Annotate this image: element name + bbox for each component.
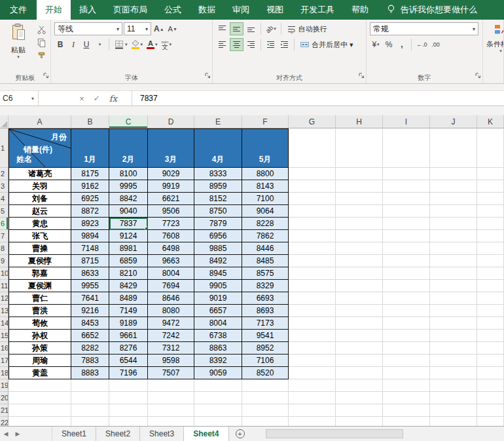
cell-J2[interactable] bbox=[430, 168, 477, 180]
cell-I20[interactable] bbox=[383, 392, 430, 404]
increase-decimal-button[interactable]: ←.0 bbox=[415, 38, 429, 51]
number-dialog-launcher-icon[interactable] bbox=[475, 69, 481, 81]
formula-input[interactable]: 7837 bbox=[132, 91, 504, 105]
accounting-format-button[interactable]: ¥▾ bbox=[370, 38, 382, 51]
cell-E5[interactable]: 8750 bbox=[194, 205, 242, 218]
bold-button[interactable]: B bbox=[54, 38, 66, 51]
sheet-tab-Sheet2[interactable]: Sheet2 bbox=[96, 427, 140, 441]
borders-dropdown-arrow[interactable]: ▾ bbox=[125, 42, 128, 47]
italic-button[interactable]: I bbox=[67, 38, 79, 51]
sheet-tab-Sheet4[interactable]: Sheet4 bbox=[184, 427, 228, 441]
cell-H16[interactable] bbox=[336, 342, 383, 355]
cell-E8[interactable]: 9885 bbox=[194, 242, 242, 255]
align-middle-button[interactable] bbox=[230, 22, 243, 35]
increase-indent-button[interactable] bbox=[278, 38, 291, 51]
cell-B10[interactable]: 8633 bbox=[71, 267, 109, 280]
cell-G15[interactable] bbox=[289, 330, 336, 342]
cell-J8[interactable] bbox=[430, 242, 477, 255]
cell-J22[interactable] bbox=[430, 417, 477, 426]
row-header-19[interactable]: 19 bbox=[0, 379, 9, 392]
cell-D22[interactable] bbox=[148, 417, 194, 426]
cell-H20[interactable] bbox=[336, 392, 383, 404]
cell-K8[interactable] bbox=[477, 242, 504, 255]
row-header-5[interactable]: 5 bbox=[0, 205, 9, 218]
cell-F5[interactable]: 9064 bbox=[242, 205, 289, 218]
cell-A9-name[interactable]: 夏侯惇 bbox=[9, 255, 71, 267]
column-header-B[interactable]: B bbox=[71, 115, 109, 128]
ribbon-tab-数据[interactable]: 数据 bbox=[190, 0, 224, 20]
cell-J1[interactable] bbox=[430, 128, 477, 168]
cell-C22[interactable] bbox=[109, 417, 148, 426]
column-header-C[interactable]: C bbox=[109, 115, 148, 128]
align-right-button[interactable] bbox=[245, 38, 257, 51]
cell-G19[interactable] bbox=[289, 379, 336, 392]
cell-B5[interactable]: 8872 bbox=[71, 205, 109, 218]
cell-J3[interactable] bbox=[430, 180, 477, 193]
cell-D15[interactable]: 7242 bbox=[148, 330, 194, 342]
cell-I11[interactable] bbox=[383, 280, 430, 292]
cell-K6[interactable] bbox=[477, 218, 504, 230]
row-header-13[interactable]: 13 bbox=[0, 305, 9, 317]
wrap-text-button[interactable]: 自动换行 bbox=[285, 22, 329, 35]
previous-sheet-button[interactable]: ◀ bbox=[0, 427, 12, 441]
cell-B1-month-header[interactable]: 1月 bbox=[71, 128, 109, 168]
cell-F1-month-header[interactable]: 5月 bbox=[242, 128, 289, 168]
cell-I6[interactable] bbox=[383, 218, 430, 230]
cell-F3[interactable]: 8143 bbox=[242, 180, 289, 193]
cell-E2[interactable]: 8333 bbox=[194, 168, 242, 180]
cell-E11[interactable]: 9905 bbox=[194, 280, 242, 292]
cell-K22[interactable] bbox=[477, 417, 504, 426]
cell-C11[interactable]: 8429 bbox=[109, 280, 148, 292]
cell-A15-name[interactable]: 孙权 bbox=[9, 330, 71, 342]
row-header-3[interactable]: 3 bbox=[0, 180, 9, 193]
accounting-dropdown-arrow[interactable]: ▾ bbox=[377, 42, 380, 47]
cell-D11[interactable]: 7694 bbox=[148, 280, 194, 292]
cell-D3[interactable]: 9919 bbox=[148, 180, 194, 193]
cell-E12[interactable]: 9019 bbox=[194, 292, 242, 305]
cell-C5[interactable]: 9040 bbox=[109, 205, 148, 218]
align-left-button[interactable] bbox=[216, 38, 228, 51]
cell-H10[interactable] bbox=[336, 267, 383, 280]
cell-B15[interactable]: 6652 bbox=[71, 330, 109, 342]
cell-F17[interactable]: 7106 bbox=[242, 355, 289, 367]
font-dialog-launcher-icon[interactable] bbox=[204, 69, 211, 81]
cell-B19[interactable] bbox=[71, 379, 109, 392]
ribbon-tab-开始[interactable]: 开始 bbox=[37, 0, 71, 20]
cell-D17[interactable]: 9598 bbox=[148, 355, 194, 367]
row-header-4[interactable]: 4 bbox=[0, 193, 9, 205]
cell-J6[interactable] bbox=[430, 218, 477, 230]
decrease-decimal-button[interactable]: .00 bbox=[430, 38, 442, 51]
cell-H14[interactable] bbox=[336, 317, 383, 330]
cell-G7[interactable] bbox=[289, 230, 336, 242]
row-header-10[interactable]: 10 bbox=[0, 267, 9, 280]
cell-H18[interactable] bbox=[336, 367, 383, 379]
column-header-K[interactable]: K bbox=[477, 115, 504, 128]
cell-H2[interactable] bbox=[336, 168, 383, 180]
cell-K16[interactable] bbox=[477, 342, 504, 355]
column-header-E[interactable]: E bbox=[194, 115, 242, 128]
cell-F18[interactable]: 8520 bbox=[242, 367, 289, 379]
cell-G5[interactable] bbox=[289, 205, 336, 218]
cell-A5-name[interactable]: 赵云 bbox=[9, 205, 71, 218]
cell-G16[interactable] bbox=[289, 342, 336, 355]
cell-D13[interactable]: 8080 bbox=[148, 305, 194, 317]
row-header-11[interactable]: 11 bbox=[0, 280, 9, 292]
cell-A13-name[interactable]: 曹洪 bbox=[9, 305, 71, 317]
cell-E19[interactable] bbox=[194, 379, 242, 392]
column-header-F[interactable]: F bbox=[242, 115, 289, 128]
number-format-dropdown-arrow[interactable]: ▾ bbox=[470, 26, 475, 32]
cell-H21[interactable] bbox=[336, 404, 383, 417]
cell-I2[interactable] bbox=[383, 168, 430, 180]
percent-style-button[interactable]: % bbox=[383, 38, 395, 51]
cell-F14[interactable]: 7173 bbox=[242, 317, 289, 330]
cell-D6[interactable]: 7723 bbox=[148, 218, 194, 230]
cut-button[interactable] bbox=[35, 24, 48, 35]
phonetic-guide-button[interactable]: wén文▾ bbox=[160, 38, 173, 51]
name-box-dropdown-arrow[interactable]: ▾ bbox=[31, 96, 34, 102]
cell-J18[interactable] bbox=[430, 367, 477, 379]
cell-J20[interactable] bbox=[430, 392, 477, 404]
cell-F19[interactable] bbox=[242, 379, 289, 392]
cell-A22[interactable] bbox=[9, 417, 71, 426]
cell-J14[interactable] bbox=[430, 317, 477, 330]
cell-F9[interactable]: 8485 bbox=[242, 255, 289, 267]
